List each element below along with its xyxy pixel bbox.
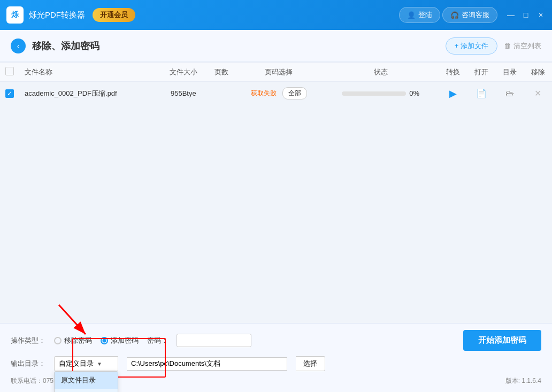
table-row: ✓ academic_0002_PDF压缩.pdf 955Btye 获取失败 全… — [0, 82, 552, 105]
table-scroll: 文件名称 文件大小 页数 页码选择 状态 转换 打开 目录 移除 — [0, 62, 552, 323]
progress-text: 0% — [409, 89, 419, 97]
page-select-button[interactable]: 全部 — [282, 87, 307, 99]
window-controls: — □ × — [506, 11, 546, 19]
col-header-status: 状态 — [323, 63, 439, 82]
row-dir[interactable]: 🗁 — [495, 82, 524, 105]
file-table: 文件名称 文件大小 页数 页码选择 状态 转换 打开 目录 移除 — [0, 62, 552, 105]
row-checkbox-cell[interactable]: ✓ — [0, 82, 19, 105]
col-header-size: 文件大小 — [159, 63, 207, 82]
user-icon: 👤 — [407, 11, 416, 19]
title-bar: 烁 烁光PDF转换器 开通会员 👤 登陆 🎧 咨询客服 — □ × — [0, 0, 552, 30]
app-title: 烁光PDF转换器 — [29, 10, 85, 20]
title-right-controls: 👤 登陆 🎧 咨询客服 — □ × — [399, 7, 546, 23]
trash-icon: 🗑 — [504, 42, 511, 50]
password-input[interactable] — [177, 334, 251, 347]
row-remove[interactable]: ✕ — [524, 82, 552, 105]
remove-radio-dot — [54, 337, 62, 344]
row-checkbox[interactable]: ✓ — [5, 89, 14, 98]
dir-select-button[interactable]: 选择 — [296, 356, 325, 371]
col-header-convert: 转换 — [439, 63, 467, 82]
dropdown-item-original[interactable]: 原文件目录 — [55, 372, 118, 389]
col-header-remove: 移除 — [524, 63, 552, 82]
header-actions: + 添加文件 🗑 清空列表 — [446, 37, 541, 55]
row-convert[interactable]: ▶ — [439, 82, 467, 105]
operation-type-row: 操作类型： 移除密码 添加密码 密码： 开始添加密码 — [11, 330, 541, 351]
add-radio-dot — [101, 337, 108, 344]
output-label: 输出目录： — [11, 359, 45, 368]
password-label: 密码： — [147, 336, 168, 345]
app-logo: 烁 — [6, 6, 24, 24]
folder-icon[interactable]: 🗁 — [505, 89, 514, 98]
restore-button[interactable]: □ — [521, 11, 531, 19]
version-label: 版本: 1.1.6.4 — [505, 376, 541, 386]
add-file-button[interactable]: + 添加文件 — [446, 37, 497, 55]
row-open[interactable]: 📄 — [467, 82, 495, 105]
col-header-page-select: 页码选择 — [235, 63, 322, 82]
dir-selected-text: 自定义目录 — [59, 359, 94, 368]
row-pages — [207, 82, 235, 105]
progress-bar — [342, 91, 406, 96]
bottom-controls: 操作类型： 移除密码 添加密码 密码： 开始添加密码 输出目录： — [0, 323, 552, 392]
col-header-open: 打开 — [467, 63, 495, 82]
row-status: 0% — [323, 82, 439, 105]
main-area: ‹ 移除、添加密码 + 添加文件 🗑 清空列表 — [0, 30, 552, 392]
headset-icon: 🎧 — [450, 11, 459, 19]
radio-group: 移除密码 添加密码 — [54, 336, 139, 345]
dir-select-wrap: 自定义目录 ▼ 原文件目录 自定义目录 — [54, 356, 118, 371]
remove-password-radio[interactable]: 移除密码 — [54, 336, 92, 345]
support-button[interactable]: 🎧 咨询客服 — [442, 7, 497, 23]
start-button[interactable]: 开始添加密码 — [463, 330, 541, 351]
operation-label: 操作类型： — [11, 336, 45, 345]
file-table-container: 文件名称 文件大小 页数 页码选择 状态 转换 打开 目录 移除 — [0, 62, 552, 323]
dropdown-arrow-icon: ▼ — [97, 361, 102, 367]
panel-header: ‹ 移除、添加密码 + 添加文件 🗑 清空列表 — [0, 30, 552, 62]
play-icon[interactable]: ▶ — [449, 88, 457, 99]
dir-path-input[interactable] — [127, 357, 287, 371]
col-header-dir: 目录 — [495, 63, 524, 82]
vip-button[interactable]: 开通会员 — [93, 8, 135, 22]
file-icon[interactable]: 📄 — [476, 89, 487, 98]
status-fail-text: 获取失败 — [251, 89, 277, 97]
row-filename: academic_0002_PDF压缩.pdf — [19, 82, 159, 105]
close-button[interactable]: × — [536, 11, 546, 19]
phone-label: 联系电话：0755- — [11, 376, 59, 386]
output-dir-row: 输出目录： 自定义目录 ▼ 原文件目录 自定义目录 选择 — [11, 356, 541, 371]
row-filesize: 955Btye — [159, 82, 207, 105]
dropdown-item-custom[interactable]: 自定义目录 — [55, 389, 118, 392]
add-password-radio[interactable]: 添加密码 — [101, 336, 139, 345]
login-button[interactable]: 👤 登陆 — [399, 7, 440, 23]
row-page-select: 获取失败 全部 — [235, 82, 322, 105]
col-header-check — [0, 63, 19, 82]
dir-dropdown[interactable]: 自定义目录 ▼ — [54, 356, 118, 371]
select-all-checkbox[interactable] — [5, 67, 14, 75]
col-header-name: 文件名称 — [19, 63, 159, 82]
close-icon[interactable]: ✕ — [534, 89, 541, 98]
clear-list-button[interactable]: 🗑 清空列表 — [504, 41, 541, 51]
minimize-button[interactable]: — — [506, 11, 516, 19]
page-title: 移除、添加密码 — [32, 40, 99, 52]
col-header-pages: 页数 — [207, 63, 235, 82]
back-icon: ‹ — [17, 42, 20, 50]
back-button[interactable]: ‹ — [11, 39, 26, 53]
dropdown-popup: 原文件目录 自定义目录 — [54, 371, 118, 392]
